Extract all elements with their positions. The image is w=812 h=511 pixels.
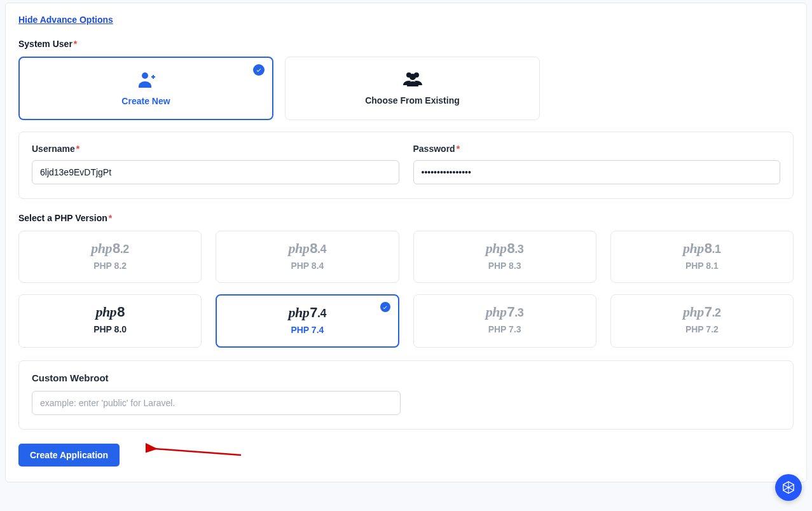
php-version-card[interactable]: php7.3PHP 7.3	[413, 294, 596, 348]
users-group-icon	[293, 69, 532, 89]
username-input[interactable]	[32, 160, 399, 184]
php-version-card[interactable]: php8.1PHP 8.1	[610, 231, 794, 283]
choose-existing-user-card[interactable]: Choose From Existing	[285, 57, 540, 120]
php-logo: php7.3	[420, 305, 589, 319]
php-logo: php8.2	[25, 242, 195, 256]
php-logo: php8	[25, 305, 195, 319]
system-user-label: System User*	[18, 39, 794, 49]
choose-existing-label: Choose From Existing	[293, 95, 532, 106]
php-version-label: PHP 7.4	[223, 325, 391, 335]
php-logo: php8.4	[223, 242, 392, 256]
php-version-label: PHP 8.0	[25, 324, 195, 334]
create-new-label: Create New	[27, 96, 265, 106]
webroot-label: Custom Webroot	[32, 372, 780, 383]
check-icon	[380, 302, 390, 312]
webroot-input[interactable]	[32, 391, 401, 415]
check-icon	[253, 64, 265, 76]
annotation-arrow-icon	[146, 441, 247, 460]
user-plus-icon	[27, 69, 265, 90]
hide-advance-options-link[interactable]: Hide Advance Options	[18, 15, 113, 25]
php-logo: php8.1	[617, 242, 787, 256]
create-new-user-card[interactable]: Create New	[18, 57, 273, 120]
php-version-label: PHP 7.3	[420, 324, 589, 334]
svg-point-0	[142, 72, 148, 79]
php-version-card[interactable]: php7.4PHP 7.4	[216, 294, 399, 348]
webroot-panel: Custom Webroot	[18, 360, 794, 430]
php-version-label: PHP 8.2	[25, 261, 195, 271]
password-label: Password*	[413, 144, 781, 154]
php-version-label: Select a PHP Version*	[18, 213, 794, 223]
cube-icon	[781, 480, 795, 494]
svg-rect-2	[153, 75, 154, 79]
php-version-label: PHP 8.4	[223, 261, 392, 271]
php-version-card[interactable]: php8.3PHP 8.3	[413, 231, 596, 283]
php-logo: php7.2	[617, 305, 787, 319]
php-version-card[interactable]: php8.2PHP 8.2	[18, 231, 202, 283]
credentials-panel: Username* Password*	[18, 132, 794, 199]
php-version-label: PHP 8.3	[420, 261, 589, 271]
username-label: Username*	[32, 144, 399, 154]
php-version-label: PHP 8.1	[617, 261, 787, 271]
create-application-button[interactable]: Create Application	[18, 444, 120, 467]
php-version-card[interactable]: php7.2PHP 7.2	[610, 294, 794, 348]
password-input[interactable]	[413, 160, 781, 184]
php-version-label: PHP 7.2	[617, 324, 787, 334]
php-logo: php7.4	[223, 306, 391, 320]
php-version-card[interactable]: php8PHP 8.0	[18, 294, 202, 348]
php-version-card[interactable]: php8.4PHP 8.4	[216, 231, 399, 283]
svg-point-5	[409, 74, 416, 80]
php-logo: php8.3	[420, 242, 589, 256]
svg-line-7	[155, 449, 241, 455]
